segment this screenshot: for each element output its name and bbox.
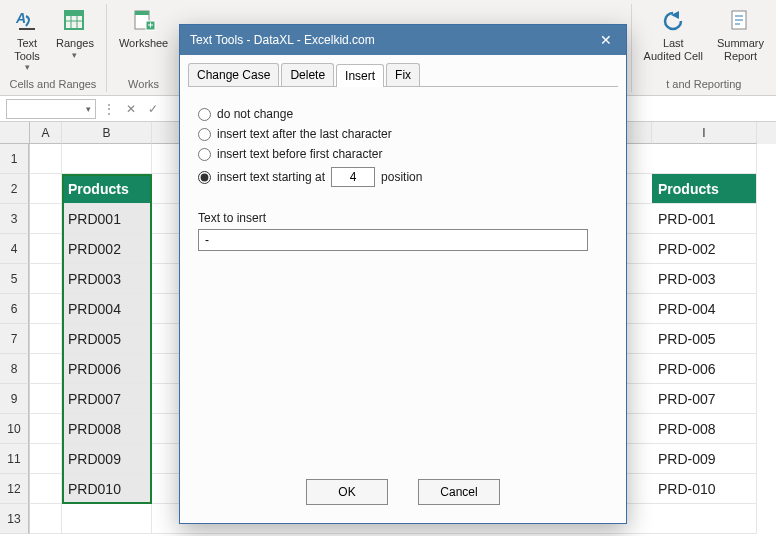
text-to-insert-input[interactable] — [198, 229, 588, 251]
tab-change-case[interactable]: Change Case — [188, 63, 279, 86]
radio-starting-at[interactable]: insert text starting at position — [198, 167, 612, 187]
cell[interactable]: PRD003 — [62, 264, 152, 294]
report-icon — [725, 6, 755, 36]
cell[interactable] — [30, 414, 62, 444]
radio-input[interactable] — [198, 108, 211, 121]
cell[interactable]: PRD-008 — [652, 414, 757, 444]
name-box[interactable]: ▾ — [6, 99, 96, 119]
position-input[interactable] — [331, 167, 375, 187]
dialog-buttons: OK Cancel — [180, 465, 626, 523]
chevron-down-icon: ▾ — [72, 50, 77, 60]
cell[interactable]: PRD010 — [62, 474, 152, 504]
cancel-formula-button[interactable]: ✕ — [122, 102, 140, 116]
radio-input[interactable] — [198, 148, 211, 161]
cell[interactable] — [30, 174, 62, 204]
ok-button[interactable]: OK — [306, 479, 388, 505]
ranges-button[interactable]: Ranges ▾ — [50, 4, 100, 75]
row-header[interactable]: 6 — [0, 294, 29, 324]
radio-no-change[interactable]: do not change — [198, 107, 612, 121]
cell[interactable]: Products — [652, 174, 757, 204]
dialog-tabs: Change Case Delete Insert Fix — [180, 55, 626, 86]
cell[interactable]: PRD002 — [62, 234, 152, 264]
cell[interactable] — [30, 354, 62, 384]
ranges-icon — [60, 6, 90, 36]
row-header[interactable]: 5 — [0, 264, 29, 294]
cell[interactable] — [62, 144, 152, 174]
last-audited-button[interactable]: Last Audited Cell — [638, 4, 709, 64]
text-tools-label: Text Tools — [14, 37, 40, 62]
tab-delete[interactable]: Delete — [281, 63, 334, 86]
dialog-body: do not change insert text after the last… — [180, 87, 626, 465]
radio-input[interactable] — [198, 128, 211, 141]
text-tools-button[interactable]: A Text Tools ▾ — [6, 4, 48, 75]
radio-label: do not change — [217, 107, 293, 121]
row-header[interactable]: 2 — [0, 174, 29, 204]
row-header[interactable]: 13 — [0, 504, 29, 534]
radio-after-last[interactable]: insert text after the last character — [198, 127, 612, 141]
text-tools-icon: A — [12, 6, 42, 36]
cell[interactable]: PRD-006 — [652, 354, 757, 384]
cell[interactable] — [30, 504, 62, 534]
column-header[interactable]: I — [652, 122, 757, 144]
row-header[interactable]: 10 — [0, 414, 29, 444]
accept-formula-button[interactable]: ✓ — [144, 102, 162, 116]
formula-divider: ⋮ — [100, 102, 118, 116]
summary-label: Summary Report — [717, 37, 764, 62]
tab-insert[interactable]: Insert — [336, 64, 384, 87]
worksheet-button[interactable]: Workshee — [113, 4, 174, 52]
cell[interactable]: PRD-003 — [652, 264, 757, 294]
row-header[interactable]: 11 — [0, 444, 29, 474]
cell[interactable]: Products — [62, 174, 152, 204]
cell[interactable] — [62, 504, 152, 534]
row-header[interactable]: 7 — [0, 324, 29, 354]
cell[interactable]: PRD001 — [62, 204, 152, 234]
close-icon[interactable]: ✕ — [586, 25, 626, 55]
row-header[interactable]: 9 — [0, 384, 29, 414]
cell[interactable]: PRD008 — [62, 414, 152, 444]
position-suffix: position — [381, 170, 422, 184]
ribbon-group-label: t and Reporting — [666, 78, 741, 92]
cell[interactable] — [30, 384, 62, 414]
row-header[interactable]: 3 — [0, 204, 29, 234]
select-all-corner[interactable] — [0, 122, 30, 144]
radio-input[interactable] — [198, 171, 211, 184]
cell[interactable] — [30, 234, 62, 264]
cancel-button[interactable]: Cancel — [418, 479, 500, 505]
row-header[interactable]: 4 — [0, 234, 29, 264]
cell[interactable]: PRD-005 — [652, 324, 757, 354]
cell[interactable]: PRD-009 — [652, 444, 757, 474]
cell[interactable]: PRD-007 — [652, 384, 757, 414]
cell[interactable] — [30, 474, 62, 504]
cell[interactable]: PRD009 — [62, 444, 152, 474]
cell[interactable]: PRD-002 — [652, 234, 757, 264]
last-audited-label: Last Audited Cell — [644, 37, 703, 62]
cell[interactable]: PRD004 — [62, 294, 152, 324]
cell[interactable]: PRD-004 — [652, 294, 757, 324]
cell[interactable] — [652, 504, 757, 534]
dialog-titlebar[interactable]: Text Tools - DataXL - Excelkid.com ✕ — [180, 25, 626, 55]
cell[interactable]: PRD-001 — [652, 204, 757, 234]
cell[interactable]: PRD005 — [62, 324, 152, 354]
column-header[interactable]: B — [62, 122, 152, 144]
cell[interactable] — [30, 264, 62, 294]
tab-fix[interactable]: Fix — [386, 63, 420, 86]
row-header[interactable]: 12 — [0, 474, 29, 504]
cell[interactable] — [652, 144, 757, 174]
cell[interactable]: PRD006 — [62, 354, 152, 384]
cell[interactable] — [30, 294, 62, 324]
ribbon-group-label: Cells and Ranges — [10, 78, 97, 92]
row-header[interactable]: 8 — [0, 354, 29, 384]
ribbon-group-label: Works — [128, 78, 159, 92]
radio-before-first[interactable]: insert text before first character — [198, 147, 612, 161]
cell[interactable]: PRD007 — [62, 384, 152, 414]
cell[interactable] — [30, 324, 62, 354]
cell[interactable]: PRD-010 — [652, 474, 757, 504]
cell[interactable] — [30, 444, 62, 474]
row-header[interactable]: 1 — [0, 144, 29, 174]
radio-label: insert text after the last character — [217, 127, 392, 141]
column-header[interactable]: A — [30, 122, 62, 144]
cell[interactable] — [30, 144, 62, 174]
summary-report-button[interactable]: Summary Report — [711, 4, 770, 64]
ribbon-group-worksheet: Workshee Works — [107, 4, 180, 92]
cell[interactable] — [30, 204, 62, 234]
